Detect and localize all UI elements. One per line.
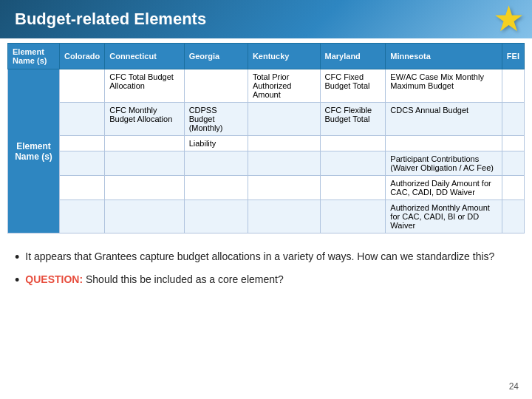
row2-maryland: CFC Flexible Budget Total [320, 103, 386, 136]
row5-connecticut [105, 176, 184, 200]
row6-minnesota: Authorized Monthly Amount for CAC, CADI,… [386, 200, 502, 233]
table-header-row: Element Name (s) Colorado Connecticut Ge… [8, 44, 525, 69]
table-row: ElementName (s) CFC Total Budget Allocat… [8, 69, 525, 103]
table-row: Authorized Monthly Amount for CAC, CADI,… [8, 200, 525, 233]
row2-connecticut: CFC Monthly Budget Allocation [105, 103, 184, 136]
star-icon: ★ [493, 1, 525, 37]
row5-georgia [184, 176, 248, 200]
bullet-dot-1: • [15, 248, 19, 267]
row3-fei [502, 136, 524, 151]
bullet-text-1: It appears that Grantees capture budget … [25, 248, 517, 265]
row6-fei [502, 200, 524, 233]
row6-georgia [184, 200, 248, 233]
table-container: Element Name (s) Colorado Connecticut Ge… [0, 38, 532, 238]
bullet-item-1: • It appears that Grantees capture budge… [15, 248, 517, 267]
page-header: Budget-related Elements ★ [0, 0, 532, 38]
bullet-section: • It appears that Grantees capture budge… [0, 238, 532, 301]
row1-minnesota: EW/AC Case Mix Monthly Maximum Budget [386, 69, 502, 103]
row2-colorado [60, 103, 105, 136]
row3-georgia: Liability [184, 136, 248, 151]
row1-georgia [184, 69, 248, 103]
page-title: Budget-related Elements [15, 10, 206, 29]
row3-minnesota [386, 136, 502, 151]
row1-maryland: CFC Fixed Budget Total [320, 69, 386, 103]
bullet-item-2: • QUESTION: Should this be included as a… [15, 271, 517, 290]
element-name-cell: ElementName (s) [8, 69, 60, 233]
row6-connecticut [105, 200, 184, 233]
row4-connecticut [105, 151, 184, 176]
row2-minnesota: CDCS Annual Budget [386, 103, 502, 136]
table-row: Authorized Daily Amount for CAC, CADI, D… [8, 176, 525, 200]
col-header-colorado: Colorado [60, 44, 105, 69]
question-text: Should this be included as a core elemen… [86, 273, 284, 285]
row5-kentucky [248, 176, 320, 200]
row5-minnesota: Authorized Daily Amount for CAC, CADI, D… [386, 176, 502, 200]
row4-colorado [60, 151, 105, 176]
col-header-minnesota: Minnesota [386, 44, 502, 69]
row1-kentucky: Total Prior Authorized Amount [248, 69, 320, 103]
col-header-kentucky: Kentucky [248, 44, 320, 69]
row1-connecticut: CFC Total Budget Allocation [105, 69, 184, 103]
row3-maryland [320, 136, 386, 151]
table-row: CFC Monthly Budget Allocation CDPSS Budg… [8, 103, 525, 136]
row6-colorado [60, 200, 105, 233]
row2-kentucky [248, 103, 320, 136]
table-row: Participant Contributions (Waiver Obliga… [8, 151, 525, 176]
row6-maryland [320, 200, 386, 233]
row2-georgia: CDPSS Budget (Monthly) [184, 103, 248, 136]
row4-georgia [184, 151, 248, 176]
row4-maryland [320, 151, 386, 176]
bullet-dot-2: • [15, 271, 19, 290]
col-header-fei: FEI [502, 44, 524, 69]
budget-table: Element Name (s) Colorado Connecticut Ge… [7, 43, 525, 233]
bullet-text-2: QUESTION: Should this be included as a c… [25, 271, 517, 287]
row4-minnesota: Participant Contributions (Waiver Obliga… [386, 151, 502, 176]
row5-fei [502, 176, 524, 200]
row5-colorado [60, 176, 105, 200]
row2-fei [502, 103, 524, 136]
question-label: QUESTION: [25, 273, 83, 285]
col-header-georgia: Georgia [184, 44, 248, 69]
row3-kentucky [248, 136, 320, 151]
row3-colorado [60, 136, 105, 151]
table-row: Liability [8, 136, 525, 151]
row4-fei [502, 151, 524, 176]
page-number: 24 [509, 381, 519, 392]
row5-maryland [320, 176, 386, 200]
row1-fei [502, 69, 524, 103]
col-header-connecticut: Connecticut [105, 44, 184, 69]
row3-connecticut [105, 136, 184, 151]
row1-colorado [60, 69, 105, 103]
row4-kentucky [248, 151, 320, 176]
col-header-maryland: Maryland [320, 44, 386, 69]
row6-kentucky [248, 200, 320, 233]
col-header-element-name: Element Name (s) [8, 44, 60, 69]
